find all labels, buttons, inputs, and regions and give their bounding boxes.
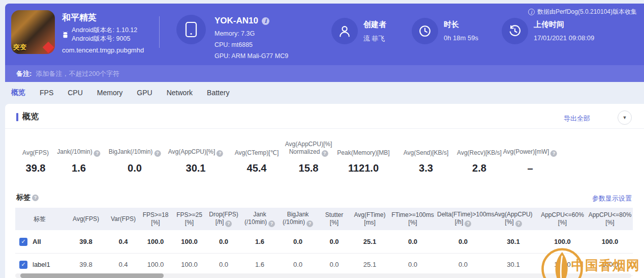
- note-bar: 备注: 添加备注，不超过200个字符: [5, 65, 644, 82]
- tab-memory[interactable]: Memory: [97, 89, 123, 97]
- export-dropdown-button[interactable]: ▼: [618, 110, 632, 125]
- clock-icon: [418, 24, 432, 38]
- help-icon[interactable]: ?: [217, 150, 223, 157]
- help-icon[interactable]: ?: [154, 150, 161, 157]
- upload-label: 上传时间: [534, 20, 564, 30]
- table-row: ✓ label1 39.8 0.4 100.0 100.0 0.0 1.6 0.…: [15, 254, 633, 276]
- device-info-icon[interactable]: i: [262, 17, 269, 25]
- duration-value: 0h 18m 59s: [444, 34, 478, 42]
- table-row: ✓ All 39.8 0.4 100.0 100.0 0.0 1.6 0.0 0…: [15, 230, 633, 254]
- creator-value: 流 菲飞: [363, 34, 385, 43]
- device-circle: [176, 15, 206, 44]
- app-name: 和平精英: [62, 12, 97, 23]
- android-version-code: Android版本号: 9005: [72, 35, 137, 43]
- help-icon[interactable]: ?: [32, 194, 39, 201]
- table-header: 标签 Avg(FPS) Var(FPS) FPS>=18[%] FPS>=25[…: [15, 208, 633, 230]
- phone-icon: [185, 21, 198, 38]
- chevron-down-icon: ▼: [623, 115, 627, 120]
- section-divider: [5, 128, 644, 129]
- tab-overview[interactable]: 概览: [11, 88, 25, 97]
- overview-card: 概览 导出全部 ▼ Avg(FPS) 39.8 Jank(/10min)? 1.…: [5, 104, 644, 278]
- creator-label: 创建者: [363, 20, 386, 30]
- duration-label: 时长: [444, 20, 459, 30]
- metric-avg-power: Avg(Power)[mW]? –: [503, 140, 557, 174]
- row-checkbox[interactable]: ✓: [19, 261, 27, 269]
- android-icon: [62, 31, 69, 39]
- help-icon[interactable]: ?: [268, 220, 275, 227]
- metric-avg-send: Avg(Send)[KB/s] 3.3: [404, 140, 449, 174]
- tab-gpu[interactable]: GPU: [137, 89, 152, 97]
- export-all-link[interactable]: 导出全部: [564, 114, 590, 123]
- horizontal-scrollbar-track[interactable]: [15, 273, 631, 278]
- tab-bar: 概览 FPS CPU Memory GPU Network Battery: [11, 82, 229, 103]
- person-icon: [338, 24, 351, 38]
- metric-avg-ctemp: Avg(CTemp)[℃] 45.4: [235, 140, 279, 174]
- horizontal-scrollbar-thumb[interactable]: [20, 273, 164, 278]
- game-icon-badge: 突变: [13, 43, 26, 52]
- upload-circle: [502, 18, 528, 44]
- help-icon[interactable]: ?: [225, 220, 232, 227]
- device-cpu: CPU: mt6885: [214, 41, 253, 48]
- metric-avg-recv: Avg(Recv)[KB/s] 2.8: [457, 140, 502, 174]
- row-label: All: [33, 238, 41, 245]
- metric-jank: Jank(/10min)? 1.6: [57, 140, 100, 174]
- android-version-name: Android版本名: 1.10.12: [72, 26, 137, 35]
- help-icon[interactable]: ?: [306, 220, 313, 227]
- collect-info-text: 数据由PerfDog(5.0.210104)版本收集: [537, 8, 637, 16]
- info-icon: i: [528, 9, 535, 15]
- header-divider: [159, 16, 160, 48]
- labels-title: 标签: [16, 193, 30, 202]
- duration-circle: [412, 18, 438, 44]
- metric-avg-appcpu-normalized: Avg(AppCPU)[%] Normalized? 15.8: [285, 140, 332, 174]
- help-icon[interactable]: ?: [94, 150, 101, 157]
- tab-cpu[interactable]: CPU: [68, 89, 83, 97]
- package-name: com.tencent.tmgp.pubgmhd: [62, 46, 144, 54]
- note-placeholder[interactable]: 添加备注，不超过200个字符: [36, 69, 119, 78]
- upload-value: 17/01/2021 09:08:09: [534, 34, 594, 42]
- parameter-display-settings-link[interactable]: 参数显示设置: [592, 194, 632, 203]
- section-accent-bar: [16, 113, 18, 121]
- tab-fps[interactable]: FPS: [40, 89, 53, 97]
- help-icon[interactable]: ?: [550, 150, 557, 157]
- help-icon[interactable]: ?: [515, 220, 522, 227]
- metric-bigjank: BigJank(/10min)? 0.0: [109, 140, 161, 174]
- creator-circle: [331, 18, 358, 44]
- section-title: 概览: [22, 112, 39, 122]
- help-icon[interactable]: ?: [321, 150, 328, 157]
- device-model: YOK-AN10: [214, 16, 258, 26]
- row-label: label1: [33, 261, 50, 268]
- game-app-icon: 突变: [11, 10, 55, 54]
- device-gpu: GPU: ARM Mali-G77 MC9: [214, 52, 288, 60]
- help-icon[interactable]: ?: [465, 220, 471, 227]
- history-clock-icon: [508, 24, 522, 38]
- note-label: 备注:: [16, 69, 32, 78]
- metric-avg-fps: Avg(FPS) 39.8: [22, 140, 49, 174]
- tab-battery[interactable]: Battery: [207, 89, 229, 97]
- game-icon-accent: [43, 42, 54, 53]
- row-checkbox[interactable]: ✓: [19, 238, 27, 246]
- tab-network[interactable]: Network: [167, 89, 193, 97]
- session-header: 突变 和平精英 Android版本名: 1.10.12 Android版本号: …: [5, 4, 644, 65]
- device-memory: Memory: 7.3G: [214, 30, 255, 37]
- metric-avg-appcpu: Avg(AppCPU)[%]? 30.1: [168, 140, 223, 174]
- metric-peak-memory: Peak(Memory)[MB] 1121.0: [337, 140, 389, 174]
